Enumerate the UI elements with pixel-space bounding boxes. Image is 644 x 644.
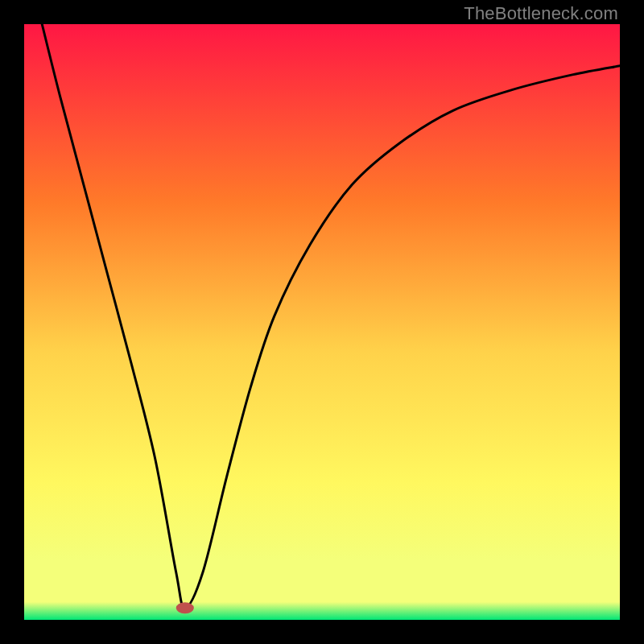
plot-area [24,24,620,620]
minimum-marker [176,602,194,613]
chart-svg [24,24,620,620]
gradient-background [24,24,620,620]
watermark-text: TheBottleneck.com [464,3,618,24]
